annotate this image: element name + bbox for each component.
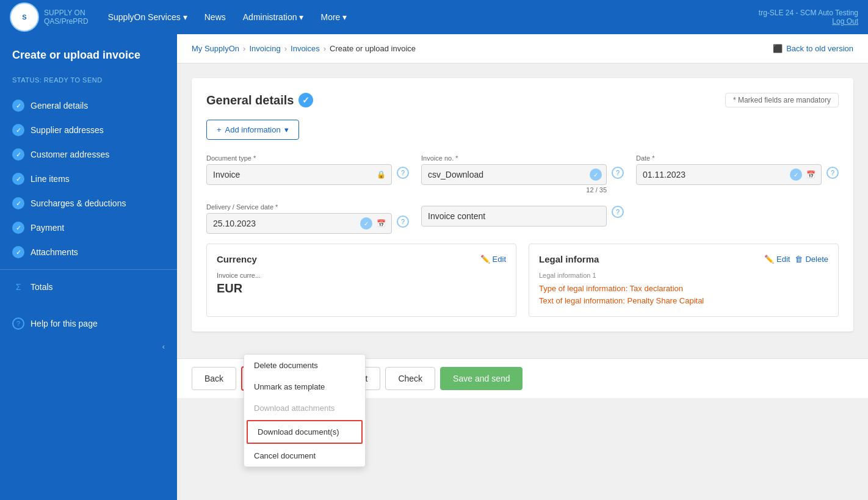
- sidebar-item-attachments[interactable]: ✓ Attachments: [0, 240, 177, 264]
- logo-area[interactable]: S SUPPLY ON QAS/PrePRD: [10, 2, 89, 32]
- invoice-content-help-icon[interactable]: ?: [612, 206, 624, 218]
- back-arrow-icon: ⬛: [773, 44, 783, 53]
- currency-card-title: Currency: [217, 254, 257, 264]
- check-icon: ✓: [12, 148, 24, 161]
- sidebar-divider: [0, 269, 177, 270]
- add-information-button[interactable]: + Add information ▾: [206, 120, 299, 140]
- breadcrumb-invoicing[interactable]: Invoicing: [249, 44, 280, 53]
- form-row-1: Document type * Invoice 🔒 ?: [206, 154, 839, 194]
- sidebar-item-label: Attachments: [31, 247, 78, 257]
- date-input-wrapper: ✓ 📅: [636, 164, 822, 185]
- dropdown-item-unmark-template[interactable]: Unmark as template: [244, 376, 365, 397]
- breadcrumb-sep: ›: [324, 44, 326, 53]
- char-count: 12 / 35: [421, 186, 607, 194]
- nav-more[interactable]: More ▾: [313, 7, 354, 27]
- nav-right: trg-SLE 24 - SCM Auto Testing Log Out: [759, 9, 858, 26]
- logo-subtext: SUPPLY ON QAS/PrePRD: [44, 9, 89, 26]
- dropdown-item-download-documents[interactable]: Download document(s): [247, 420, 363, 444]
- chevron-down-icon: ▾: [342, 12, 347, 22]
- plus-icon: +: [217, 125, 222, 134]
- field-icons: ✓: [590, 168, 602, 181]
- breadcrumb-my-supplyon[interactable]: My SupplyOn: [192, 44, 239, 53]
- legal-info-delete-button[interactable]: 🗑 Delete: [795, 255, 828, 264]
- sidebar-item-totals[interactable]: Σ Totals: [0, 275, 177, 299]
- document-type-input: Invoice: [206, 164, 392, 185]
- section-header: General details ✓ * Marked fields are ma…: [206, 93, 839, 107]
- document-type-input-wrapper: Invoice 🔒: [206, 164, 392, 185]
- sigma-icon: Σ: [12, 281, 24, 293]
- date-help-icon[interactable]: ?: [826, 167, 839, 179]
- document-type-help-icon[interactable]: ?: [397, 167, 409, 179]
- chevron-left-icon: ‹: [162, 342, 165, 351]
- date-label: Date *: [636, 154, 822, 162]
- sidebar-item-general-details[interactable]: ✓ General details: [0, 93, 177, 118]
- calendar-icon[interactable]: 📅: [375, 217, 387, 230]
- dropdown-item-delete-documents[interactable]: Delete documents: [244, 355, 365, 376]
- sidebar-collapse-button[interactable]: ‹: [0, 336, 177, 357]
- dropdown-item-download-attachments: Download attachments: [244, 397, 365, 419]
- spacer: [636, 203, 839, 234]
- sidebar-item-payment[interactable]: ✓ Payment: [0, 216, 177, 240]
- save-and-send-button[interactable]: Save and send: [440, 367, 523, 390]
- invoice-no-input[interactable]: [421, 164, 607, 185]
- back-to-old-version-button[interactable]: ⬛ Back to old version: [773, 44, 853, 53]
- pencil-icon: ✏️: [764, 255, 774, 264]
- lock-icon: 🔒: [375, 168, 387, 181]
- legal-info-type: Type of legal information: Tax declarati…: [539, 283, 828, 306]
- nav-news[interactable]: News: [197, 7, 233, 27]
- logout-link[interactable]: Log Out: [759, 17, 858, 26]
- delivery-date-field: Delivery / Service date * ✓ 📅: [206, 203, 392, 234]
- dropdown-item-cancel-document[interactable]: Cancel document: [244, 445, 365, 466]
- date-field: Date * ✓ 📅: [636, 154, 822, 185]
- sidebar-item-supplier-addresses[interactable]: ✓ Supplier addresses: [0, 118, 177, 142]
- legal-info-card-actions: ✏️ Edit 🗑 Delete: [764, 255, 828, 264]
- calendar-icon[interactable]: 📅: [805, 168, 817, 181]
- help-icon: ?: [12, 317, 24, 330]
- document-type-label: Document type *: [206, 154, 392, 162]
- check-icon: ✓: [590, 168, 602, 181]
- check-icon: ✓: [12, 124, 24, 136]
- currency-card-header: Currency ✏️ Edit: [217, 254, 506, 264]
- sidebar-item-help[interactable]: ? Help for this page: [0, 311, 177, 336]
- trash-icon: 🗑: [795, 255, 803, 264]
- more-dropdown-menu: Delete documents Unmark as template Down…: [244, 354, 366, 467]
- back-button[interactable]: Back: [192, 367, 236, 390]
- breadcrumb-invoices[interactable]: Invoices: [291, 44, 320, 53]
- field-icons: 🔒: [375, 168, 387, 181]
- breadcrumb-path: My SupplyOn › Invoicing › Invoices › Cre…: [192, 44, 416, 53]
- add-info-label: Add information: [225, 125, 281, 134]
- sidebar-item-label: Line items: [31, 174, 70, 184]
- legal-info-number: Legal information 1: [539, 272, 828, 279]
- delivery-date-field-group: Delivery / Service date * ✓ 📅 ?: [206, 203, 409, 234]
- sidebar-item-label: Customer addresses: [31, 150, 109, 159]
- breadcrumb-current: Create or upload invoice: [330, 44, 416, 53]
- field-icons: ✓ 📅: [790, 168, 817, 181]
- sidebar-item-customer-addresses[interactable]: ✓ Customer addresses: [0, 142, 177, 167]
- currency-edit-button[interactable]: ✏️ Edit: [480, 255, 506, 264]
- currency-card: Currency ✏️ Edit Invoice curre... EUR: [206, 244, 516, 317]
- sidebar-item-surcharges[interactable]: ✓ Surcharges & deductions: [0, 191, 177, 216]
- invoice-no-help-icon[interactable]: ?: [612, 167, 624, 179]
- document-type-field: Document type * Invoice 🔒: [206, 154, 392, 185]
- date-field-group: Date * ✓ 📅 ?: [636, 154, 839, 194]
- check-icon: ✓: [790, 168, 802, 181]
- sidebar-item-label: General details: [31, 101, 88, 111]
- check-button[interactable]: Check: [385, 367, 435, 390]
- sidebar: Create or upload invoice STATUS: READY T…: [0, 34, 177, 500]
- chevron-down-icon: ▾: [299, 12, 303, 22]
- delivery-date-label: Delivery / Service date *: [206, 203, 392, 211]
- nav-services[interactable]: SupplyOn Services ▾: [101, 7, 195, 27]
- invoice-no-label: Invoice no. *: [421, 154, 607, 162]
- invoice-no-field: Invoice no. * ✓ 12 / 35: [421, 154, 607, 194]
- section-check-icon: ✓: [298, 93, 313, 107]
- legal-info-card: Legal informa ✏️ Edit 🗑 Delete: [529, 244, 839, 317]
- section-title: General details ✓: [206, 93, 313, 107]
- nav-administration[interactable]: Administration ▾: [236, 7, 311, 27]
- invoice-content-select[interactable]: Invoice content: [421, 206, 607, 226]
- check-icon: ✓: [12, 222, 24, 234]
- legal-info-edit-button[interactable]: ✏️ Edit: [764, 255, 790, 264]
- breadcrumb: My SupplyOn › Invoicing › Invoices › Cre…: [177, 34, 868, 63]
- delivery-date-help-icon[interactable]: ?: [397, 216, 409, 228]
- top-navigation: S SUPPLY ON QAS/PrePRD SupplyOn Services…: [0, 0, 868, 34]
- sidebar-item-line-items[interactable]: ✓ Line items: [0, 167, 177, 191]
